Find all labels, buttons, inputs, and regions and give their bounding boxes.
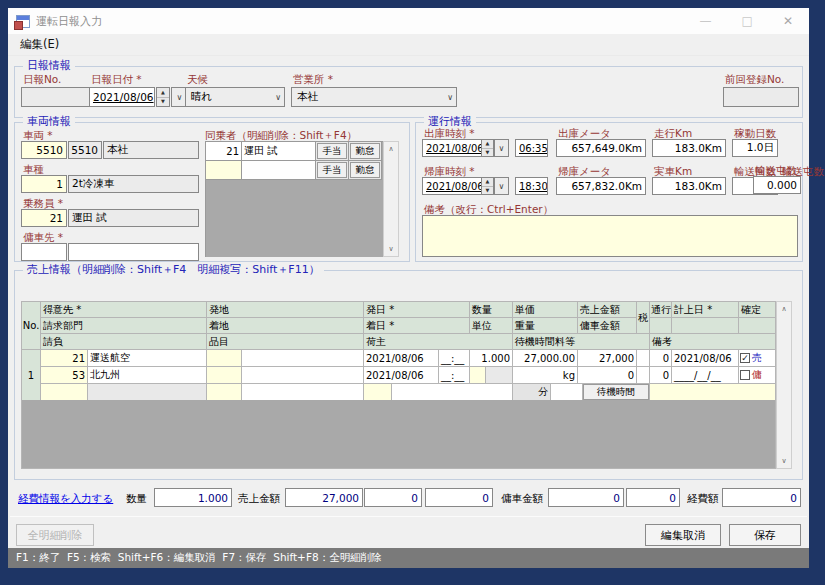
scrollbar-track[interactable] <box>384 156 398 242</box>
depart-date-dropdown[interactable]: ∨ <box>494 139 509 157</box>
passenger-code-cell[interactable] <box>206 161 242 180</box>
weather-select[interactable]: 晴れ ∨ <box>185 87 285 107</box>
scrollbar-track[interactable] <box>777 316 791 454</box>
run-km-field[interactable]: 183.0Km <box>652 139 726 157</box>
passenger-name-cell[interactable] <box>242 161 316 180</box>
depart-date-spinner[interactable]: ▲ ▼ <box>481 139 494 157</box>
spin-down-icon[interactable]: ▼ <box>482 149 493 157</box>
subcontractor-code-field[interactable] <box>21 243 67 261</box>
depart-meter-field[interactable]: 657,649.0Km <box>556 139 646 157</box>
cancel-edit-button[interactable]: 編集取消 <box>645 524 721 546</box>
record-date-mask-cell[interactable]: ____/__/__ <box>672 367 739 384</box>
passenger-code-cell[interactable]: 21 <box>206 142 242 161</box>
vehicle-type-code-field[interactable]: 1 <box>21 175 67 193</box>
arrive-time-cell[interactable]: __:__ <box>439 367 470 384</box>
return-date-spinner[interactable]: ▲ ▼ <box>481 177 494 195</box>
allowance-button[interactable]: 手当 <box>317 162 347 178</box>
item-name-cell[interactable] <box>242 384 364 401</box>
charter-amount-cell[interactable]: 0 <box>578 367 637 384</box>
contract-code-cell[interactable] <box>41 384 88 401</box>
scroll-down-icon[interactable]: ∨ <box>777 454 791 468</box>
customer-name-cell[interactable]: 運送航空 <box>88 350 207 367</box>
sales-amount-cell[interactable]: 27,000 <box>578 350 637 367</box>
checkbox-unchecked-icon[interactable] <box>740 370 750 380</box>
depart-time-cell[interactable]: __:__ <box>439 350 470 367</box>
origin-code-cell[interactable] <box>207 350 242 367</box>
checkbox-checked-icon[interactable]: ✓ <box>740 353 750 363</box>
close-icon[interactable]: ✕ <box>783 15 793 27</box>
row-note-cell[interactable] <box>650 384 776 401</box>
desktop-background: 運転日報入力 — □ ✕ 編集(E) 日報情報 日報No. 日報日付 * 202… <box>0 0 825 585</box>
spin-up-icon[interactable]: ▲ <box>157 88 169 98</box>
arrive-date-cell[interactable]: 2021/08/06 <box>364 367 439 384</box>
depart-date-cell[interactable]: 2021/08/06 <box>364 350 439 367</box>
save-button[interactable]: 保存 <box>729 524 801 546</box>
allowance-button[interactable]: 手当 <box>317 143 347 159</box>
scroll-up-icon[interactable]: ∧ <box>384 142 398 156</box>
spin-up-icon[interactable]: ▲ <box>482 178 493 187</box>
col-header-tax: 税 <box>637 302 650 334</box>
expense-info-link[interactable]: 経費情報を入力する <box>18 492 113 506</box>
spin-down-icon[interactable]: ▼ <box>157 98 169 107</box>
confirm-sales-label: 売 <box>752 351 762 365</box>
toll-cell[interactable]: 0 <box>650 367 672 384</box>
report-date-spinner[interactable]: ▲ ▼ <box>156 87 170 107</box>
return-meter-field[interactable]: 657,832.0Km <box>556 177 646 195</box>
vehicle-code-field[interactable]: 5510 <box>21 141 67 159</box>
unit-code-subcell[interactable] <box>470 367 486 383</box>
tax-cell[interactable] <box>637 367 650 384</box>
passenger-scrollbar[interactable]: ∧ ∨ <box>383 141 399 257</box>
attendance-button[interactable]: 勤怠 <box>350 143 380 159</box>
weather-label: 天候 <box>187 73 208 87</box>
toll-cell[interactable]: 0 <box>650 350 672 367</box>
window-controls: — □ ✕ <box>700 15 801 27</box>
note-textarea[interactable] <box>422 215 798 257</box>
vehicle-office-field: 本社 <box>103 141 199 159</box>
spin-down-icon[interactable]: ▼ <box>482 187 493 195</box>
shipper-cell[interactable] <box>364 384 513 401</box>
weight-cell[interactable]: kg <box>513 367 578 384</box>
billing-name-cell[interactable]: 北九州 <box>88 367 207 384</box>
scroll-up-icon[interactable]: ∧ <box>777 302 791 316</box>
item-code-cell[interactable] <box>207 384 242 401</box>
shipper-name-subcell[interactable] <box>392 384 512 400</box>
office-select[interactable]: 本社 ∨ <box>291 87 457 107</box>
destination-name-cell[interactable] <box>242 367 364 384</box>
origin-name-cell[interactable] <box>242 350 364 367</box>
record-date-cell[interactable]: 2021/08/06 <box>672 350 739 367</box>
confirm-charter-cell[interactable]: 傭 <box>739 367 776 384</box>
transport-tons-field[interactable]: 0.000 <box>753 176 801 194</box>
destination-code-cell[interactable] <box>207 367 242 384</box>
depart-time-field[interactable]: 06:35 <box>515 139 548 157</box>
tax-cell[interactable] <box>637 350 650 367</box>
return-time-field[interactable]: 18:30 <box>515 177 548 195</box>
minimize-icon[interactable]: — <box>700 15 712 27</box>
office-label: 営業所 * <box>293 73 333 87</box>
attendance-button[interactable]: 勤怠 <box>350 162 380 178</box>
unit-cell[interactable] <box>470 367 513 384</box>
work-days-field[interactable]: 1.0日 <box>732 139 778 157</box>
wait-time-button[interactable]: 待機時間 <box>583 384 649 400</box>
waiting-minutes-field[interactable] <box>551 384 583 400</box>
spin-up-icon[interactable]: ▲ <box>482 140 493 149</box>
confirm-sales-cell[interactable]: ✓ 売 <box>739 350 776 367</box>
scroll-down-icon[interactable]: ∨ <box>384 242 398 256</box>
unit-name-subcell <box>486 367 512 383</box>
passenger-name-cell[interactable]: 運田 試 <box>242 142 316 161</box>
actual-km-field[interactable]: 183.0Km <box>652 177 726 195</box>
return-date-field[interactable]: 2021/08/06 <box>422 177 482 195</box>
report-date-field[interactable]: 2021/08/06 <box>89 87 155 107</box>
subcontractor-name-field[interactable] <box>68 243 199 261</box>
sales-table-scrollbar[interactable]: ∧ ∨ <box>776 301 792 469</box>
shipper-code-subcell[interactable] <box>364 384 392 400</box>
customer-code-cell[interactable]: 21 <box>41 350 88 367</box>
status-bar: F1：終了 F5：検索 Shift+F6：編集取消 F7：保存 Shift+F8… <box>8 548 809 568</box>
billing-code-cell[interactable]: 53 <box>41 367 88 384</box>
quantity-cell[interactable]: 1.000 <box>470 350 513 367</box>
menu-edit[interactable]: 編集(E) <box>16 35 63 54</box>
driver-code-field[interactable]: 21 <box>21 209 67 227</box>
depart-date-field[interactable]: 2021/08/06 <box>422 139 482 157</box>
return-date-dropdown[interactable]: ∨ <box>494 177 509 195</box>
unit-price-cell[interactable]: 27,000.00 <box>513 350 578 367</box>
maximize-icon[interactable]: □ <box>742 15 753 27</box>
